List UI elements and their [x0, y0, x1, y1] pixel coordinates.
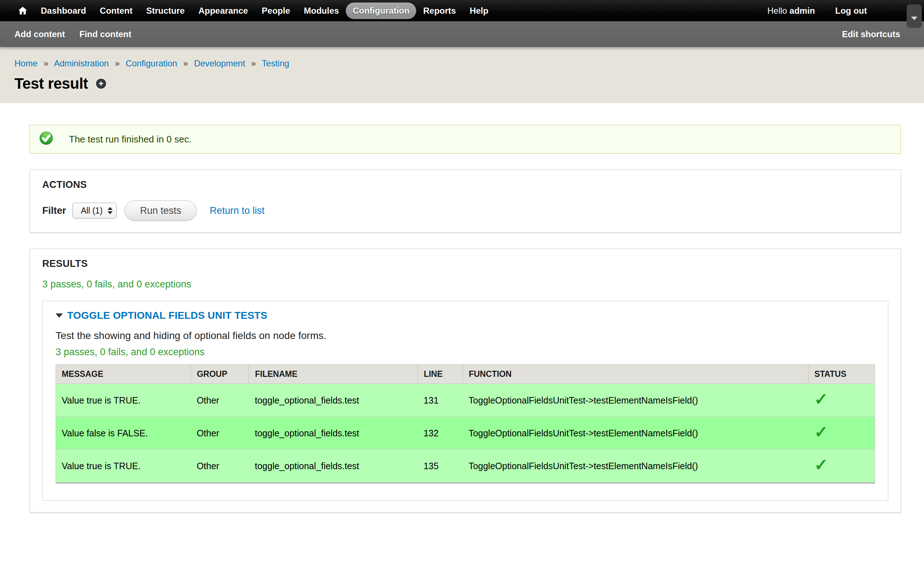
header-message: MESSAGE	[56, 364, 191, 384]
toolbar-item-configuration[interactable]: Configuration	[346, 3, 416, 19]
results-table: MESSAGE GROUP FILENAME LINE FUNCTION STA…	[56, 364, 875, 484]
greeting-prefix: Hello	[767, 6, 787, 16]
admin-toolbar: Dashboard Content Structure Appearance P…	[0, 0, 924, 21]
toolbar-item-dashboard[interactable]: Dashboard	[34, 3, 93, 19]
toolbar-item-content[interactable]: Content	[93, 3, 139, 19]
test-group-toggle[interactable]: TOGGLE OPTIONAL FIELDS UNIT TESTS	[56, 310, 875, 321]
add-shortcut-icon[interactable]: +	[96, 79, 106, 89]
cell-status: ✓	[809, 417, 875, 450]
header-status: STATUS	[809, 364, 875, 384]
cell-group: Other	[191, 384, 249, 417]
actions-panel: ACTIONS Filter All (1) Run tests Return …	[30, 169, 901, 233]
cell-message: Value true is TRUE.	[56, 450, 191, 483]
toolbar-item-help[interactable]: Help	[463, 3, 495, 19]
breadcrumb-testing[interactable]: Testing	[262, 58, 289, 68]
cell-line: 135	[418, 450, 463, 483]
run-tests-button[interactable]: Run tests	[124, 200, 197, 221]
table-row: Value false is FALSE. Other toggle_optio…	[56, 417, 875, 450]
test-group-fieldset: TOGGLE OPTIONAL FIELDS UNIT TESTS Test t…	[42, 301, 888, 501]
table-row: Value true is TRUE. Other toggle_optiona…	[56, 384, 875, 417]
toolbar-item-structure[interactable]: Structure	[139, 3, 192, 19]
pass-check-icon: ✓	[814, 459, 828, 471]
header-function: FUNCTION	[463, 364, 809, 384]
cell-message: Value false is FALSE.	[56, 417, 191, 450]
breadcrumb: Home » Administration » Configuration » …	[15, 58, 909, 69]
actions-legend: ACTIONS	[42, 179, 888, 190]
home-icon[interactable]	[16, 5, 29, 17]
status-message: The test run finished in 0 sec.	[30, 125, 901, 154]
cell-filename: toggle_optional_fields.test	[249, 384, 418, 417]
toolbar-item-reports[interactable]: Reports	[416, 3, 463, 19]
status-message-text: The test run finished in 0 sec.	[69, 134, 192, 145]
breadcrumb-separator: »	[115, 58, 120, 68]
breadcrumb-development[interactable]: Development	[194, 58, 245, 68]
header-filename: FILENAME	[249, 364, 418, 384]
cell-function: ToggleOptionalFieldsUnitTest->testElemen…	[463, 417, 809, 450]
status-ok-icon	[39, 131, 54, 148]
page-title: Test result	[15, 75, 88, 92]
cell-status: ✓	[809, 384, 875, 417]
breadcrumb-separator: »	[183, 58, 188, 68]
select-arrows-icon	[108, 207, 113, 214]
page-header: Home » Administration » Configuration » …	[0, 47, 924, 103]
cell-function: ToggleOptionalFieldsUnitTest->testElemen…	[463, 450, 809, 483]
collapse-arrow-icon	[56, 313, 63, 318]
cell-status: ✓	[809, 450, 875, 483]
shortcut-add-content[interactable]: Add content	[15, 29, 65, 39]
toolbar-menu: Dashboard Content Structure Appearance P…	[34, 3, 495, 19]
return-to-list-link[interactable]: Return to list	[210, 205, 265, 216]
test-group-title: TOGGLE OPTIONAL FIELDS UNIT TESTS	[67, 310, 267, 321]
filter-select[interactable]: All (1)	[73, 203, 116, 219]
toolbar-item-modules[interactable]: Modules	[297, 3, 346, 19]
cell-line: 132	[418, 417, 463, 450]
cell-filename: toggle_optional_fields.test	[249, 450, 418, 483]
cell-message: Value true is TRUE.	[56, 384, 191, 417]
pass-check-icon: ✓	[814, 426, 828, 438]
cell-line: 131	[418, 384, 463, 417]
table-header-row: MESSAGE GROUP FILENAME LINE FUNCTION STA…	[56, 364, 875, 384]
toolbar-drawer-toggle-button[interactable]	[907, 4, 922, 27]
shortcut-find-content[interactable]: Find content	[79, 29, 131, 39]
chevron-down-icon	[911, 16, 918, 20]
cell-group: Other	[191, 417, 249, 450]
results-legend: RESULTS	[42, 258, 888, 269]
filter-label: Filter	[42, 205, 66, 216]
filter-select-value: All (1)	[78, 206, 105, 216]
results-panel: RESULTS 3 passes, 0 fails, and 0 excepti…	[30, 248, 901, 513]
test-group-summary: 3 passes, 0 fails, and 0 exceptions	[56, 347, 875, 358]
user-greeting: Hello admin	[767, 6, 815, 16]
test-group-description: Test the showing and hiding of optional …	[56, 330, 875, 342]
header-group: GROUP	[191, 364, 249, 384]
breadcrumb-separator: »	[251, 58, 256, 68]
toolbar-item-people[interactable]: People	[255, 3, 297, 19]
edit-shortcuts-link[interactable]: Edit shortcuts	[842, 29, 900, 39]
breadcrumb-configuration[interactable]: Configuration	[126, 58, 177, 68]
breadcrumb-home[interactable]: Home	[15, 58, 37, 68]
shortcut-bar: Add content Find content Edit shortcuts	[0, 21, 924, 47]
pass-check-icon: ✓	[814, 393, 828, 405]
breadcrumb-administration[interactable]: Administration	[54, 58, 109, 68]
toolbar-user-area: Hello admin Log out	[767, 6, 867, 16]
cell-function: ToggleOptionalFieldsUnitTest->testElemen…	[463, 384, 809, 417]
cell-group: Other	[191, 450, 249, 483]
username: admin	[789, 6, 815, 16]
breadcrumb-separator: »	[44, 58, 48, 68]
cell-filename: toggle_optional_fields.test	[249, 417, 418, 450]
table-row: Value true is TRUE. Other toggle_optiona…	[56, 450, 875, 483]
header-line: LINE	[418, 364, 463, 384]
logout-link[interactable]: Log out	[835, 6, 867, 16]
toolbar-item-appearance[interactable]: Appearance	[192, 3, 255, 19]
results-summary: 3 passes, 0 fails, and 0 exceptions	[42, 279, 888, 290]
main-content: The test run finished in 0 sec. ACTIONS …	[0, 103, 924, 513]
